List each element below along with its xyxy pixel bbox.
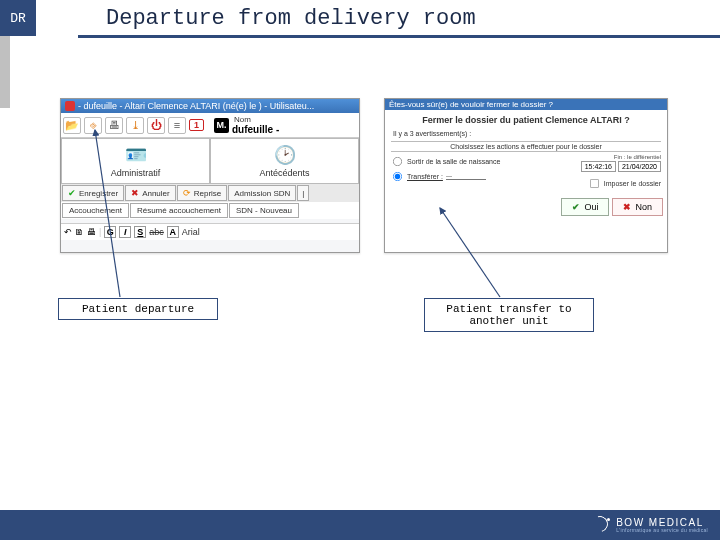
option-transferer[interactable]: Transférer : — [391, 169, 577, 184]
dr-badge: DR [0, 0, 36, 36]
format-toolbar: ↶ 🗎 🖶 | G I S abc A Arial [61, 223, 359, 240]
date-field[interactable]: 21/04/2020 [618, 161, 661, 172]
callout-patient-departure: Patient departure [58, 298, 218, 320]
nom-label: Nom [234, 115, 279, 124]
export-icon[interactable]: ⤓ [126, 117, 144, 134]
option-sortir[interactable]: Sortir de la salle de naissance [391, 154, 577, 169]
more-button[interactable]: | [297, 185, 309, 201]
open-folder-icon[interactable]: 📂 [63, 117, 81, 134]
dialog-section-label: Choisissez les actions à effectuer pour … [391, 141, 661, 152]
gender-icon: M. [214, 118, 229, 133]
subtabs-row: Accouchement Résumé accouchement SDN - N… [61, 202, 359, 219]
tab-sdn-nouveau[interactable]: SDN - Nouveau [229, 203, 299, 218]
tab-accouchement[interactable]: Accouchement [62, 203, 129, 218]
undo-icon[interactable]: ↶ [64, 227, 72, 237]
radio-sortir[interactable] [393, 157, 402, 166]
warnings-header: Il y a 3 avertissement(s) : [391, 128, 661, 139]
reprise-button[interactable]: ⟳Reprise [177, 185, 228, 201]
font-color-button[interactable]: A [167, 226, 179, 238]
logo-mark-icon [592, 516, 610, 534]
slide-title: Departure from delivery room [36, 0, 720, 35]
print-icon[interactable]: 🖶 [105, 117, 123, 134]
yes-button[interactable]: ✔Oui [561, 198, 609, 216]
no-button[interactable]: ✖Non [612, 198, 663, 216]
dialog-title: Fermer le dossier du patient Clemence AL… [391, 113, 661, 128]
power-icon[interactable]: ⏻ [147, 117, 165, 134]
history-icon: 🕑 [274, 144, 296, 166]
patient-departure-icon[interactable]: ⎆ [84, 117, 102, 134]
bold-button[interactable]: G [104, 226, 116, 238]
dialog-question-bar: Êtes-vous sûr(e) de vouloir fermer le do… [385, 99, 667, 110]
doc-icon[interactable]: 🗎 [75, 227, 84, 237]
slide-footer: BOW MEDICAL L'informatique au service du… [0, 510, 720, 540]
underline-button[interactable]: S [134, 226, 146, 238]
brand-logo: BOW MEDICAL L'informatique au service du… [592, 516, 708, 534]
italic-button[interactable]: I [119, 226, 131, 238]
font-name[interactable]: Arial [182, 227, 200, 237]
tool-icon[interactable]: ≡ [168, 117, 186, 134]
dialog-actions: ✔Oui ✖Non [385, 194, 667, 220]
save-button[interactable]: ✔Enregistrer [62, 185, 124, 201]
id-card-icon: 🪪 [125, 144, 147, 166]
impose-checkbox[interactable] [590, 179, 599, 188]
app-icon [65, 101, 75, 111]
tab-ante-label: Antécédents [259, 168, 309, 178]
window-titlebar: - dufeuille - Altari Clemence ALTARI (né… [61, 99, 359, 113]
time-context-label: Fin : le différentiel [581, 154, 661, 161]
close-dossier-dialog: Êtes-vous sûr(e) de vouloir fermer le do… [384, 98, 668, 253]
strike-button[interactable]: abc [149, 227, 164, 237]
admission-sdn-button[interactable]: Admission SDN [228, 185, 296, 201]
cancel-button[interactable]: ✖Annuler [125, 185, 176, 201]
tab-admin-label: Administratif [111, 168, 161, 178]
alert-badge: 1 [189, 119, 204, 131]
time-field[interactable]: 15:42:16 [581, 161, 616, 172]
main-toolbar: 📂 ⎆ 🖶 ⤓ ⏻ ≡ 1 M. Nom dufeuille - [61, 113, 359, 138]
tab-administratif[interactable]: 🪪 Administratif [61, 138, 210, 184]
action-buttons-row: ✔Enregistrer ✖Annuler ⟳Reprise Admission… [61, 184, 359, 202]
window-title: - dufeuille - Altari Clemence ALTARI (né… [78, 101, 314, 111]
print2-icon[interactable]: 🖶 [87, 227, 96, 237]
category-tabs: 🪪 Administratif 🕑 Antécédents [61, 138, 359, 184]
tab-resume-accouchement[interactable]: Résumé accouchement [130, 203, 228, 218]
brand-tagline: L'informatique au service du médical [616, 527, 708, 533]
tab-antecedents[interactable]: 🕑 Antécédents [210, 138, 359, 184]
nom-value: dufeuille - [232, 124, 279, 135]
content-canvas: - dufeuille - Altari Clemence ALTARI (né… [0, 38, 720, 498]
callout-patient-transfer: Patient transfer to another unit [424, 298, 594, 332]
impose-checkbox-row[interactable]: Imposer le dossier [581, 176, 661, 191]
radio-transferer[interactable] [393, 172, 402, 181]
slide-header: DR Departure from delivery room [0, 0, 720, 38]
patient-record-window: - dufeuille - Altari Clemence ALTARI (né… [60, 98, 360, 253]
